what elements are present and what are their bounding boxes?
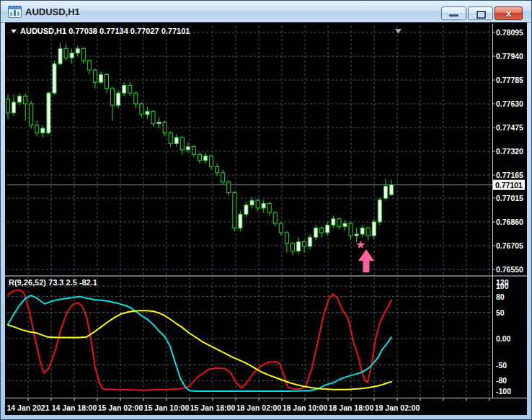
price-axis-label: 0.76860 <box>496 218 523 226</box>
candle-body <box>297 242 301 251</box>
time-axis-label: 14 Jan 2021 <box>7 403 50 412</box>
candle-body <box>239 214 242 228</box>
candle-body <box>117 93 120 105</box>
candle-body <box>267 203 271 213</box>
candle-body <box>111 89 115 105</box>
candle-body <box>303 242 306 246</box>
time-axis-label: 19 Jan 02:00 <box>375 403 420 412</box>
candle-body <box>64 48 68 58</box>
candle-body <box>221 173 225 182</box>
titlebar[interactable]: AUDUSD,H1 x <box>1 1 531 23</box>
symbol-ohlc-text: AUDUSD,H1 0.77038 0.77134 0.77027 0.7710… <box>20 27 190 35</box>
time-axis-label: 18 Jan 10:00 <box>283 403 328 412</box>
minimize-icon <box>449 14 458 17</box>
window-title: AUDUSD,H1 <box>25 6 80 17</box>
chart-background <box>5 22 527 415</box>
candle-body <box>58 48 62 63</box>
candle-body <box>291 243 294 251</box>
candle-body <box>198 154 201 161</box>
price-axis-label: 0.77475 <box>496 123 523 132</box>
signal-star-icon: ★ <box>355 238 365 251</box>
close-icon: x <box>495 8 522 19</box>
candle-body <box>6 99 10 113</box>
mt4-chart-window: AUDUSD,H1 x ★AUDUSD,H1 0.77038 0.77134 0… <box>0 0 532 420</box>
candle-body <box>53 64 56 93</box>
time-axis-label: 14 Jan 18:00 <box>52 403 97 412</box>
candle-body <box>384 186 387 198</box>
candle-body <box>343 223 347 226</box>
candle-body <box>186 147 190 150</box>
candle-body <box>250 200 254 205</box>
candle-body <box>320 228 324 232</box>
candle-body <box>99 75 102 83</box>
candle-body <box>18 96 22 102</box>
candle-body <box>216 166 219 173</box>
time-axis-label: 15 Jan 10:00 <box>144 403 190 412</box>
candle-body <box>256 200 260 208</box>
candle-body <box>372 222 376 236</box>
candle-body <box>227 182 231 193</box>
candle-body <box>123 85 126 93</box>
candle-body <box>157 122 161 124</box>
candle-body <box>349 223 353 236</box>
symbol-ohlc-header[interactable]: AUDUSD,H1 0.77038 0.77134 0.77027 0.7710… <box>11 27 190 35</box>
candle-body <box>262 203 265 207</box>
candle-body <box>279 223 283 233</box>
candle-body <box>355 234 358 236</box>
candle-body <box>180 138 184 150</box>
chart-client-area[interactable]: ★AUDUSD,H1 0.77038 0.77134 0.77027 0.771… <box>5 22 527 415</box>
candle-body <box>76 48 79 53</box>
candle-body <box>309 237 312 246</box>
candle-body <box>389 185 393 195</box>
candle-body <box>169 133 172 143</box>
candle-body <box>233 193 236 228</box>
chart-window-icon <box>8 6 22 18</box>
candle-body <box>204 156 208 160</box>
candle-body <box>30 104 33 125</box>
candle-body <box>174 138 178 144</box>
candle-body <box>244 205 248 215</box>
current-price-value: 0.77101 <box>495 181 523 189</box>
price-axis-label: 0.77165 <box>496 171 523 179</box>
close-button[interactable]: x <box>495 6 523 20</box>
candle-body <box>81 48 85 61</box>
candle-body <box>151 112 155 124</box>
candle-body <box>41 128 45 133</box>
price-axis-label: 0.77940 <box>496 52 523 61</box>
indicator-axis-label: -50 <box>496 361 507 370</box>
candle-body <box>326 225 329 233</box>
candle-body <box>273 213 277 223</box>
candle-body <box>140 104 143 115</box>
candle-body <box>163 122 167 133</box>
candle-body <box>128 85 132 93</box>
indicator-axis-label: 50 <box>496 308 505 317</box>
minimize-button[interactable] <box>441 6 466 20</box>
time-axis-label: 15 Jan 02:00 <box>98 403 143 412</box>
candle-body <box>192 147 195 155</box>
maximize-button[interactable] <box>468 6 493 20</box>
price-axis-label: 0.77320 <box>496 147 523 156</box>
candle-body <box>70 53 74 58</box>
candle-body <box>332 219 335 225</box>
indicator-axis-label: 100 <box>496 282 509 290</box>
candle-body <box>366 228 370 236</box>
price-axis-label: 0.78095 <box>496 28 523 37</box>
candle-body <box>47 93 50 133</box>
candle-body <box>210 156 213 166</box>
candle-body <box>93 70 97 82</box>
candle-body <box>24 96 27 104</box>
price-axis-label: 0.76705 <box>496 241 523 250</box>
indicator-label: R(9,26,52) 73.3 2.5 -82.1 <box>9 278 97 287</box>
candle-body <box>35 125 39 133</box>
candle-body <box>87 61 91 70</box>
candle-body <box>314 228 318 237</box>
indicator-axis-label: -80 <box>496 376 507 385</box>
price-chart[interactable]: ★AUDUSD,H1 0.77038 0.77134 0.77027 0.771… <box>5 22 527 415</box>
price-axis-label: 0.77630 <box>496 99 523 108</box>
candle-body <box>360 228 364 234</box>
time-axis-label: 18 Jan 18:00 <box>329 403 374 412</box>
indicator-axis-label: 0.00 <box>496 334 511 343</box>
time-axis-label: 18 Jan 02:00 <box>236 403 282 412</box>
price-axis-label: 0.77785 <box>496 76 523 84</box>
candle-body <box>12 102 16 113</box>
